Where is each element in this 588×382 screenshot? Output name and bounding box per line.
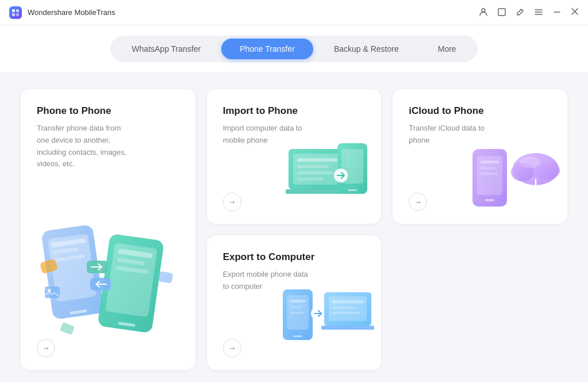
- svg-rect-29: [297, 165, 329, 168]
- card-icloud-to-phone[interactable]: iCloud to Phone Transfer iCloud data to …: [393, 89, 567, 224]
- svg-point-4: [482, 9, 485, 12]
- card-import-to-phone[interactable]: Import to Phone Import computer data to …: [207, 89, 382, 224]
- edit-icon[interactable]: [516, 7, 525, 18]
- svg-rect-41: [481, 173, 498, 175]
- card-export-to-computer[interactable]: Export to Computer Export mobile phone d…: [207, 235, 382, 370]
- menu-icon[interactable]: [534, 7, 543, 18]
- svg-rect-49: [290, 300, 306, 303]
- title-bar-left: Wondershare MobileTrans: [9, 6, 115, 19]
- main-content: Phone to Phone Transfer phone data from …: [0, 73, 588, 382]
- card-phone-to-phone-title: Phone to Phone: [37, 105, 179, 117]
- card-phone-to-phone[interactable]: Phone to Phone Transfer phone data from …: [21, 89, 195, 370]
- svg-rect-2: [12, 13, 15, 16]
- svg-rect-31: [297, 178, 323, 181]
- svg-rect-58: [332, 312, 360, 314]
- svg-point-24: [48, 289, 51, 292]
- svg-point-45: [520, 156, 540, 168]
- svg-rect-50: [290, 306, 302, 308]
- svg-rect-30: [297, 171, 333, 174]
- close-icon[interactable]: [571, 7, 579, 17]
- phone-to-phone-illustration: [32, 197, 190, 335]
- card-icloud-title: iCloud to Phone: [409, 105, 551, 117]
- profile-icon[interactable]: [479, 7, 488, 18]
- svg-rect-3: [16, 13, 19, 16]
- app-icon: [9, 6, 22, 19]
- arrow-btn-import[interactable]: →: [223, 193, 241, 211]
- title-bar-controls: [479, 7, 579, 18]
- card-export-title: Export to Computer: [223, 251, 366, 263]
- card-import-title: Import to Phone: [223, 105, 366, 117]
- window-icon[interactable]: [497, 7, 506, 18]
- minimize-icon[interactable]: [552, 7, 562, 18]
- tab-whatsapp-transfer[interactable]: WhatsApp Transfer: [113, 39, 219, 59]
- nav-tabs: WhatsApp Transfer Phone Transfer Backup …: [110, 36, 477, 62]
- svg-rect-55: [321, 326, 374, 330]
- tab-more[interactable]: More: [420, 39, 475, 59]
- svg-rect-0: [12, 9, 15, 12]
- nav-bar: WhatsApp Transfer Phone Transfer Backup …: [0, 25, 588, 73]
- app-name: Wondershare MobileTrans: [28, 8, 115, 17]
- svg-rect-39: [481, 161, 499, 163]
- svg-rect-57: [332, 307, 356, 309]
- svg-rect-56: [332, 300, 363, 303]
- card-phone-to-phone-desc: Transfer phone data from one device to a…: [37, 123, 129, 170]
- icloud-illustration: [470, 137, 562, 212]
- svg-rect-1: [16, 9, 19, 12]
- arrow-btn-export[interactable]: →: [223, 339, 241, 357]
- svg-rect-38: [485, 199, 494, 201]
- svg-rect-5: [498, 9, 505, 16]
- svg-rect-40: [481, 167, 495, 169]
- arrow-btn-phone-to-phone[interactable]: →: [37, 339, 55, 357]
- svg-rect-21: [158, 271, 174, 284]
- svg-rect-48: [293, 335, 302, 337]
- svg-rect-51: [290, 312, 305, 314]
- title-bar: Wondershare MobileTrans: [0, 0, 588, 25]
- svg-rect-22: [60, 322, 75, 335]
- tab-backup-restore[interactable]: Backup & Restore: [316, 39, 417, 59]
- svg-rect-28: [297, 158, 337, 162]
- arrow-btn-icloud[interactable]: →: [409, 193, 427, 211]
- svg-rect-34: [348, 189, 357, 191]
- import-illustration: [280, 137, 372, 212]
- svg-rect-23: [45, 286, 60, 298]
- tab-phone-transfer[interactable]: Phone Transfer: [221, 39, 313, 59]
- export-illustration: [280, 284, 372, 358]
